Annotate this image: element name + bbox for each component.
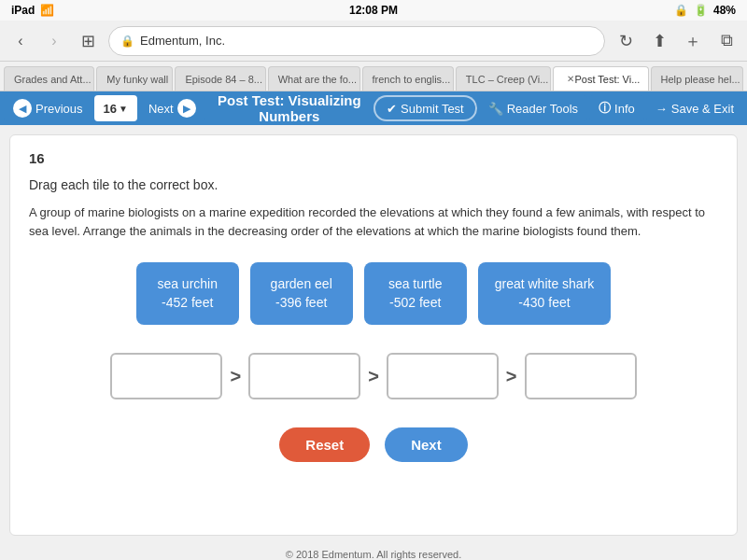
status-time: 12:08 PM bbox=[349, 4, 398, 17]
tile-garden-eel-value: -396 feet bbox=[267, 294, 336, 313]
battery-icon: 🔋 bbox=[694, 4, 708, 17]
status-bar: iPad 📶 12:08 PM 🔒 🔋 48% bbox=[0, 0, 747, 21]
tab-french[interactable]: french to englis... bbox=[362, 66, 454, 91]
url-bar: 🔒 Edmentum, Inc. bbox=[108, 26, 605, 56]
reader-tools-button[interactable]: 🔧 Reader Tools bbox=[479, 95, 587, 121]
tiles-container: sea urchin -452 feet garden eel -396 fee… bbox=[29, 262, 718, 325]
footer: © 2018 Edmentum. All rights reserved. bbox=[0, 545, 747, 560]
url-text: Edmentum, Inc. bbox=[140, 34, 225, 48]
prev-icon: ◀ bbox=[13, 99, 32, 118]
reset-button[interactable]: Reset bbox=[279, 427, 370, 462]
battery-pct: 48% bbox=[713, 4, 736, 17]
tab-post-test[interactable]: ✕ Post Test: Vi... bbox=[553, 66, 648, 91]
page-number-button[interactable]: 16 ▼ bbox=[94, 95, 137, 121]
save-exit-button[interactable]: → Save & Exit bbox=[646, 95, 743, 121]
tile-sea-turtle[interactable]: sea turtle -502 feet bbox=[364, 262, 467, 325]
tile-sea-urchin-name: sea urchin bbox=[153, 275, 222, 294]
drop-zone-1[interactable] bbox=[110, 353, 222, 399]
tile-sea-urchin[interactable]: sea urchin -452 feet bbox=[136, 262, 239, 325]
submit-test-button[interactable]: ✔ Submit Test bbox=[374, 95, 477, 121]
tile-garden-eel[interactable]: garden eel -396 feet bbox=[250, 262, 353, 325]
tab-grades[interactable]: Grades and Att... bbox=[4, 66, 94, 91]
info-icon: ⓘ bbox=[599, 100, 611, 117]
next-button-toolbar[interactable]: Next ▶ bbox=[139, 95, 205, 121]
tile-sea-turtle-name: sea turtle bbox=[381, 275, 450, 294]
tabs-button[interactable]: ⧉ bbox=[713, 28, 740, 54]
check-icon: ✔ bbox=[387, 102, 397, 116]
tab-close-icon[interactable]: ✕ bbox=[567, 73, 574, 86]
status-left: iPad 📶 bbox=[11, 4, 54, 17]
bottom-buttons: Reset Next bbox=[29, 427, 718, 462]
page-title: Post Test: Visualizing Numbers bbox=[207, 92, 372, 124]
comparator-1: > bbox=[230, 366, 241, 387]
lock-icon: 🔒 bbox=[674, 4, 688, 17]
tile-sea-turtle-value: -502 feet bbox=[381, 294, 450, 313]
drop-zones-container: > > > bbox=[29, 353, 718, 399]
status-right: 🔒 🔋 48% bbox=[674, 4, 736, 17]
exit-icon: → bbox=[655, 102, 668, 116]
tile-sea-urchin-value: -452 feet bbox=[153, 294, 222, 313]
drop-zone-2[interactable] bbox=[248, 353, 360, 399]
comparator-3: > bbox=[506, 366, 517, 387]
chevron-down-icon: ▼ bbox=[119, 104, 128, 114]
previous-button[interactable]: ◀ Previous bbox=[4, 95, 92, 121]
content-area: 16 Drag each tile to the correct box. A … bbox=[9, 134, 738, 536]
browser-toolbar: ‹ › ⊞ 🔒 Edmentum, Inc. ↻ ⬆ ＋ ⧉ bbox=[0, 21, 747, 62]
instruction-text: Drag each tile to the correct box. bbox=[29, 177, 718, 192]
device-label: iPad bbox=[11, 4, 35, 17]
tile-garden-eel-name: garden eel bbox=[267, 275, 336, 294]
reload-button[interactable]: ↻ bbox=[613, 28, 639, 54]
tab-funky-wall[interactable]: My funky wall bbox=[96, 66, 173, 91]
bookmark-button[interactable]: ⊞ bbox=[75, 28, 101, 54]
tile-great-white-value: -430 feet bbox=[495, 294, 595, 313]
drop-zone-3[interactable] bbox=[387, 353, 499, 399]
drop-zone-4[interactable] bbox=[525, 353, 637, 399]
tab-what-are[interactable]: What are the fo... bbox=[268, 66, 360, 91]
back-button[interactable]: ‹ bbox=[7, 28, 34, 54]
comparator-2: > bbox=[368, 366, 379, 387]
new-tab-button[interactable]: ＋ bbox=[680, 28, 706, 54]
share-button[interactable]: ⬆ bbox=[646, 28, 672, 54]
wifi-icon: 📶 bbox=[40, 4, 54, 17]
tile-great-white-shark[interactable]: great white shark -430 feet bbox=[478, 262, 612, 325]
tab-help[interactable]: Help please hel... bbox=[651, 66, 743, 91]
secure-icon: 🔒 bbox=[120, 35, 134, 48]
wrench-icon: 🔧 bbox=[488, 102, 503, 116]
forward-button[interactable]: › bbox=[41, 28, 67, 54]
tabs-bar: Grades and Att... My funky wall Episode … bbox=[0, 62, 747, 91]
question-body: A group of marine biologists on a marine… bbox=[29, 203, 718, 240]
app-toolbar: ◀ Previous 16 ▼ Next ▶ Post Test: Visual… bbox=[0, 91, 747, 125]
tile-great-white-name: great white shark bbox=[495, 275, 595, 294]
next-button-content[interactable]: Next bbox=[385, 427, 468, 462]
question-number: 16 bbox=[29, 150, 718, 166]
tab-episode[interactable]: Episode 84 – 8... bbox=[175, 66, 265, 91]
browser-actions: ↻ ⬆ ＋ ⧉ bbox=[613, 28, 740, 54]
info-button[interactable]: ⓘ Info bbox=[589, 95, 644, 121]
next-icon: ▶ bbox=[177, 99, 196, 118]
tab-tlc[interactable]: TLC – Creep (Vi... bbox=[456, 66, 552, 91]
